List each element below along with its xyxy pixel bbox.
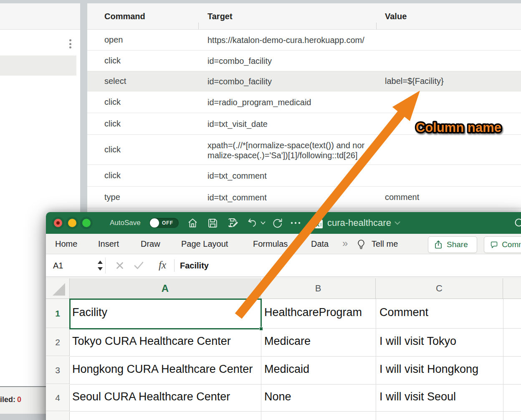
kebab-menu-icon[interactable] bbox=[67, 39, 73, 48]
cell-a4[interactable]: Seoul CURA Healthcare Center bbox=[72, 390, 230, 403]
cell-command: click bbox=[104, 145, 121, 154]
ide-test-list-header bbox=[0, 3, 80, 30]
tab-draw[interactable]: Draw bbox=[141, 234, 160, 254]
minimize-button[interactable] bbox=[68, 219, 76, 227]
table-row[interactable]: open https://katalon-demo-cura.herokuapp… bbox=[87, 30, 521, 51]
tab-page-layout[interactable]: Page Layout bbox=[181, 234, 228, 254]
formula-bar-separator bbox=[174, 259, 175, 272]
row-header-1[interactable]: 1 bbox=[46, 299, 70, 328]
save-as-icon[interactable] bbox=[228, 218, 239, 228]
cell-target: id=combo_facility bbox=[207, 56, 368, 66]
column-header-a[interactable]: A bbox=[70, 278, 261, 299]
lightbulb-icon bbox=[357, 239, 366, 249]
close-button[interactable] bbox=[54, 219, 62, 227]
toggle-knob bbox=[150, 218, 159, 228]
window-controls bbox=[54, 219, 91, 227]
cell-command: type bbox=[104, 192, 120, 202]
insert-function-icon[interactable]: fx bbox=[159, 254, 166, 277]
fill-handle[interactable] bbox=[259, 327, 263, 331]
undo-dropdown-icon[interactable] bbox=[260, 221, 266, 225]
table-row[interactable]: click id=radio_program_medicaid bbox=[87, 91, 521, 113]
table-row[interactable]: click id=txt_visit_date bbox=[87, 113, 521, 135]
confirm-entry-icon[interactable] bbox=[134, 261, 144, 270]
cell-b2[interactable]: Medicare bbox=[264, 335, 311, 348]
table-row[interactable]: click id=txt_comment bbox=[87, 165, 521, 187]
title-dropdown-icon[interactable] bbox=[394, 221, 401, 225]
formula-bar-content[interactable]: Facility bbox=[180, 254, 209, 277]
formula-bar-separator bbox=[105, 258, 106, 273]
excel-titlebar: AutoSave OFF bbox=[46, 212, 521, 234]
tab-data[interactable]: Data bbox=[311, 234, 329, 254]
tab-insert[interactable]: Insert bbox=[98, 234, 119, 254]
cell-target: id=txt_comment bbox=[207, 171, 368, 181]
cell-value: label=${Facility} bbox=[385, 76, 444, 86]
failed-count: 0 bbox=[15, 395, 21, 404]
home-icon[interactable] bbox=[187, 218, 198, 228]
cell-target: https://katalon-demo-cura.herokuapp.com/ bbox=[207, 35, 368, 45]
table-row[interactable]: click xpath=(.//*[normalize-space(text()… bbox=[87, 135, 521, 165]
select-all-triangle-icon bbox=[53, 283, 65, 296]
column-header-d[interactable] bbox=[503, 278, 521, 299]
zoom-button[interactable] bbox=[82, 219, 91, 227]
tab-home[interactable]: Home bbox=[55, 234, 77, 254]
column-divider-tick bbox=[376, 23, 377, 29]
share-icon bbox=[434, 240, 443, 249]
gridline bbox=[70, 356, 521, 357]
cell-target: id=txt_comment bbox=[207, 192, 368, 202]
table-row[interactable]: click id=combo_facility bbox=[87, 51, 521, 71]
cancel-entry-icon[interactable] bbox=[116, 261, 124, 270]
undo-icon[interactable] bbox=[247, 218, 258, 228]
col-header-value: Value bbox=[385, 3, 407, 30]
ide-command-table: Command Target Value open https://katalo… bbox=[87, 3, 521, 212]
cell-c3[interactable]: I will visit Hongkong bbox=[379, 363, 478, 376]
stepper-down-icon bbox=[98, 267, 103, 271]
cell-command: click bbox=[104, 97, 121, 107]
comments-button[interactable]: Comments bbox=[484, 236, 521, 253]
cell-command: click bbox=[104, 56, 121, 66]
col-header-target: Target bbox=[207, 3, 233, 30]
failed-label: Failed: bbox=[0, 395, 15, 404]
failed-counter: Failed:0 bbox=[0, 395, 21, 404]
quick-access-toolbar bbox=[187, 212, 301, 234]
cell-a3[interactable]: Hongkong CURA Healthcare Center bbox=[72, 363, 253, 376]
redo-icon[interactable] bbox=[272, 218, 283, 229]
tab-formulas[interactable]: Formulas bbox=[253, 234, 288, 254]
document-title[interactable]: cura-healthcare bbox=[327, 218, 391, 228]
row-header-2[interactable]: 2 bbox=[46, 329, 70, 356]
name-box[interactable]: A1 bbox=[53, 254, 63, 277]
cell-b4[interactable]: None bbox=[264, 390, 291, 403]
cell-b1[interactable]: HealthcareProgram bbox=[264, 306, 362, 319]
col-header-command: Command bbox=[104, 3, 145, 30]
cell-b3[interactable]: Medicaid bbox=[264, 363, 309, 376]
save-icon[interactable] bbox=[207, 218, 218, 228]
more-tabs-icon[interactable]: » bbox=[342, 234, 348, 254]
select-all-corner[interactable] bbox=[46, 278, 70, 299]
column-divider-tick bbox=[198, 23, 199, 29]
row-header-4[interactable]: 4 bbox=[46, 385, 70, 411]
cell-c2[interactable]: I will visit Tokyo bbox=[379, 335, 456, 348]
cell-c1[interactable]: Comment bbox=[379, 306, 428, 319]
excel-ribbon: Home Insert Draw Page Layout Formulas Da… bbox=[46, 234, 521, 254]
more-commands-icon[interactable] bbox=[290, 221, 301, 225]
share-button[interactable]: Share bbox=[428, 236, 477, 253]
row-header-3[interactable]: 3 bbox=[46, 357, 70, 384]
cell-a2[interactable]: Tokyo CURA Healthcare Center bbox=[72, 335, 231, 348]
ide-selected-test-row[interactable] bbox=[0, 56, 76, 76]
ide-table-header: Command Target Value bbox=[87, 3, 521, 30]
name-box-stepper[interactable] bbox=[98, 260, 103, 271]
selected-cell-border bbox=[69, 299, 262, 329]
comments-icon bbox=[490, 240, 498, 249]
autosave-label: AutoSave bbox=[110, 212, 141, 234]
autosave-toggle[interactable]: OFF bbox=[149, 218, 179, 228]
cell-command: click bbox=[104, 119, 121, 129]
table-row-selected[interactable]: select id=combo_facility label=${Facilit… bbox=[87, 71, 521, 91]
row-header-5[interactable] bbox=[46, 412, 70, 420]
stepper-up-icon bbox=[98, 261, 103, 264]
column-header-c[interactable]: C bbox=[376, 278, 503, 299]
excel-window: AutoSave OFF bbox=[46, 212, 521, 420]
tell-me-search[interactable]: Tell me bbox=[372, 234, 398, 254]
search-icon[interactable] bbox=[514, 218, 521, 228]
table-row[interactable]: type id=txt_comment comment bbox=[87, 187, 521, 208]
cell-c4[interactable]: I will visit Seoul bbox=[379, 390, 456, 403]
column-header-b[interactable]: B bbox=[261, 278, 376, 299]
